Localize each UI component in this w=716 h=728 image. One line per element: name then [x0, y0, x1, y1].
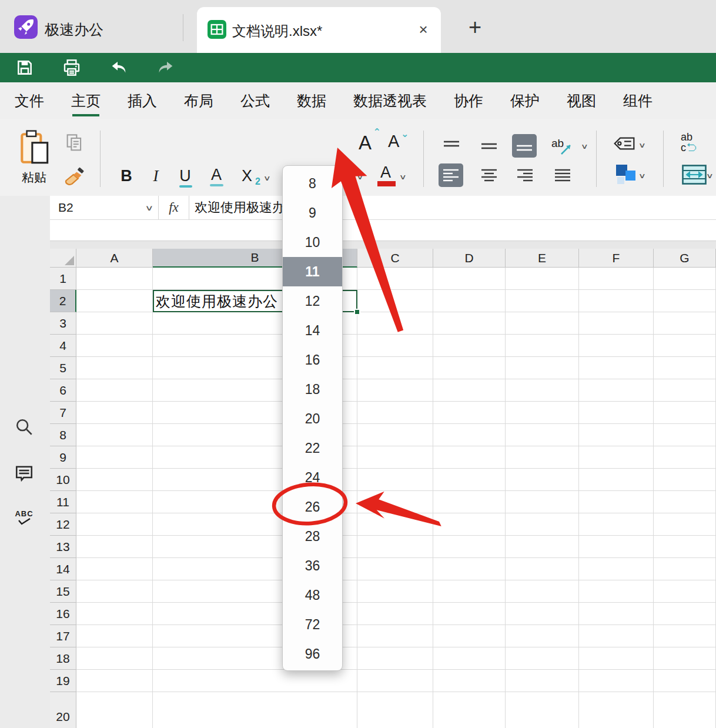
cell-F3[interactable]: [579, 312, 654, 335]
cell-E6[interactable]: [506, 379, 579, 402]
cell-A14[interactable]: [76, 558, 153, 580]
cell-F20[interactable]: [579, 692, 654, 728]
cell-F15[interactable]: [579, 580, 654, 603]
cell-C10[interactable]: [357, 469, 433, 491]
cell-G19[interactable]: [654, 670, 716, 692]
bold-button[interactable]: B: [116, 167, 137, 185]
row-header-13[interactable]: 13: [50, 536, 76, 558]
cell-C16[interactable]: [357, 603, 433, 625]
font-size-option-72[interactable]: 72: [283, 610, 342, 639]
cell-D7[interactable]: [433, 402, 506, 424]
row-header-6[interactable]: 6: [50, 379, 76, 402]
font-size-option-12[interactable]: 12: [283, 286, 342, 316]
cell-D19[interactable]: [433, 670, 506, 692]
select-all-corner[interactable]: [50, 249, 76, 268]
cell-E19[interactable]: [506, 670, 579, 692]
row-header-19[interactable]: 19: [50, 670, 76, 692]
cell-C4[interactable]: [357, 335, 433, 357]
cell-A16[interactable]: [76, 603, 153, 625]
cell-E2[interactable]: [506, 290, 579, 312]
italic-button[interactable]: I: [145, 167, 166, 185]
align-middle-button[interactable]: [477, 134, 501, 158]
cell-A5[interactable]: [76, 357, 153, 379]
wrap-text-button[interactable]: ab c⮌: [681, 132, 697, 153]
cell-E17[interactable]: [506, 625, 579, 647]
cell-A4[interactable]: [76, 335, 153, 357]
copy-icon[interactable]: [65, 133, 85, 154]
cell-D2[interactable]: [433, 290, 506, 312]
row-header-14[interactable]: 14: [50, 558, 76, 580]
cell-F12[interactable]: [579, 513, 654, 536]
cell-G3[interactable]: [654, 312, 716, 335]
cell-F18[interactable]: [579, 647, 654, 670]
merge-cells-button[interactable]: [682, 165, 707, 185]
font-size-option-18[interactable]: 18: [283, 375, 342, 404]
chevron-down-icon[interactable]: ∨: [263, 174, 271, 182]
redo-button[interactable]: [156, 58, 176, 77]
cell-F6[interactable]: [579, 379, 654, 402]
cell-A12[interactable]: [76, 513, 153, 536]
cell-D10[interactable]: [433, 469, 506, 491]
font-color-button[interactable]: A: [376, 163, 395, 182]
cell-E15[interactable]: [506, 580, 579, 603]
cell-F16[interactable]: [579, 603, 654, 625]
cell-D6[interactable]: [433, 379, 506, 402]
cell-C7[interactable]: [357, 402, 433, 424]
cell-G20[interactable]: [654, 692, 716, 728]
cell-C2[interactable]: [357, 290, 433, 312]
cell-F14[interactable]: [579, 558, 654, 580]
row-header-17[interactable]: 17: [50, 625, 76, 647]
cell-E8[interactable]: [506, 424, 579, 446]
cell-A19[interactable]: [76, 670, 153, 692]
chevron-down-icon[interactable]: ∨: [638, 172, 646, 180]
cell-G10[interactable]: [654, 469, 716, 491]
cell-B20[interactable]: [153, 692, 357, 728]
column-header-C[interactable]: C: [357, 249, 433, 268]
menu-item[interactable]: 布局: [184, 91, 213, 111]
cell-C19[interactable]: [357, 670, 433, 692]
cell-G17[interactable]: [654, 625, 716, 647]
cell-D20[interactable]: [433, 692, 506, 728]
cell-C15[interactable]: [357, 580, 433, 603]
cell-A1[interactable]: [76, 268, 153, 290]
cell-A8[interactable]: [76, 424, 153, 446]
subscript-button[interactable]: X: [238, 167, 256, 185]
row-header-20[interactable]: 20: [50, 692, 76, 728]
font-size-option-10[interactable]: 10: [283, 228, 342, 257]
cell-C9[interactable]: [357, 446, 433, 469]
cell-B19[interactable]: [153, 670, 357, 692]
tab-close-icon[interactable]: ×: [414, 20, 433, 39]
cell-A2[interactable]: [76, 290, 153, 312]
column-header-F[interactable]: F: [579, 249, 654, 268]
font-size-option-9[interactable]: 9: [283, 198, 342, 228]
column-header-E[interactable]: E: [506, 249, 579, 268]
cell-D4[interactable]: [433, 335, 506, 357]
menu-item[interactable]: 协作: [454, 91, 483, 111]
cell-name-box[interactable]: B2 ∨: [50, 196, 159, 219]
cell-G15[interactable]: [654, 580, 716, 603]
cell-D5[interactable]: [433, 357, 506, 379]
row-header-3[interactable]: 3: [50, 312, 76, 335]
char-effect-button[interactable]: A: [206, 166, 227, 184]
menu-item[interactable]: 数据透视表: [353, 91, 427, 111]
justify-button[interactable]: [550, 163, 575, 187]
cell-D3[interactable]: [433, 312, 506, 335]
align-top-button[interactable]: [439, 134, 464, 158]
cell-A6[interactable]: [76, 379, 153, 402]
cell-G8[interactable]: [654, 424, 716, 446]
cell-E5[interactable]: [506, 357, 579, 379]
cell-E7[interactable]: [506, 402, 579, 424]
cell-D12[interactable]: [433, 513, 506, 536]
menu-item[interactable]: 数据: [297, 91, 326, 111]
cell-A15[interactable]: [76, 580, 153, 603]
cell-G14[interactable]: [654, 558, 716, 580]
font-size-option-48[interactable]: 48: [283, 580, 342, 610]
cell-D14[interactable]: [433, 558, 506, 580]
chevron-down-icon[interactable]: ∨: [638, 141, 646, 149]
cell-C1[interactable]: [357, 268, 433, 290]
cell-A9[interactable]: [76, 446, 153, 469]
row-header-16[interactable]: 16: [50, 603, 76, 625]
cell-C20[interactable]: [357, 692, 433, 728]
cell-C8[interactable]: [357, 424, 433, 446]
comment-icon[interactable]: [14, 463, 34, 483]
